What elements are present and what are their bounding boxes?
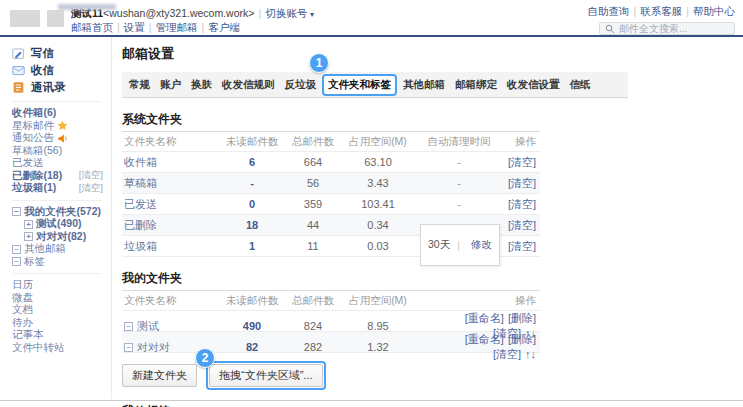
cell-unread-count: 6 xyxy=(220,156,284,168)
sidebar-app-item[interactable]: 文档 xyxy=(12,304,111,317)
sidebar-tree-item[interactable]: −标签 xyxy=(12,256,111,269)
divider: | xyxy=(201,21,204,33)
sidebar-app-item[interactable]: 记事本 xyxy=(12,329,111,342)
folder-name-text: 测试 xyxy=(137,319,159,334)
sidebar-app-item[interactable]: 文件中转站 xyxy=(12,342,111,355)
sidebar-folder-item[interactable]: 草稿箱(56) xyxy=(12,145,111,158)
sidebar-folder-item[interactable]: 已删除(18)[清空] xyxy=(12,170,111,183)
cell-size: 0.34 xyxy=(342,219,414,231)
tab-邮箱绑定[interactable]: 邮箱绑定 xyxy=(451,76,501,94)
action-link[interactable]: [清空] xyxy=(508,156,536,168)
cell-folder-name[interactable]: 已发送 xyxy=(124,197,220,212)
my-folders-table: 文件夹名称未读邮件数总邮件数占用空间(M)操作−测试4908248.95[重命名… xyxy=(122,290,540,353)
collapse-icon[interactable]: − xyxy=(12,245,21,254)
annotation-step-2-badge: 2 xyxy=(195,348,215,368)
action-link[interactable]: [清空] xyxy=(508,177,536,189)
tab-常规[interactable]: 常规 xyxy=(125,76,154,94)
tab-文件夹和标签[interactable]: 文件夹和标签1 xyxy=(322,74,397,96)
sidebar-folder-item[interactable]: 垃圾箱(1)[清空] xyxy=(12,182,111,195)
column-header: 占用空间(M) xyxy=(342,294,414,308)
tab-换肤[interactable]: 换肤 xyxy=(187,76,216,94)
cell-size: 1.32 xyxy=(342,341,414,353)
search-box[interactable] xyxy=(599,22,735,35)
contacts-icon xyxy=(12,81,25,94)
column-header: 未读邮件数 xyxy=(220,294,284,308)
cell-folder-name[interactable]: 垃圾箱 xyxy=(124,239,220,254)
tab-信纸[interactable]: 信纸 xyxy=(566,76,595,94)
tab-账户[interactable]: 账户 xyxy=(156,76,185,94)
sort-arrows-link[interactable]: ↑↓ xyxy=(525,348,536,360)
sidebar-pencil-item[interactable]: 写信 xyxy=(12,45,111,62)
action-link[interactable]: [重命名] xyxy=(465,333,504,345)
sidebar-tree-item[interactable]: −其他邮箱 xyxy=(12,243,111,256)
expand-folder-button[interactable]: 拖拽“文件夹区域”... xyxy=(209,364,323,387)
collapse-icon[interactable]: − xyxy=(12,207,21,216)
action-link[interactable]: [清空] xyxy=(508,240,536,252)
column-header: 总邮件数 xyxy=(284,135,342,149)
sidebar-folder-item[interactable]: 星标邮件 xyxy=(12,120,111,133)
action-link[interactable]: [清空] xyxy=(508,219,536,231)
new-folder-button[interactable]: 新建文件夹 xyxy=(122,364,197,387)
modify-clean-link[interactable]: 修改 xyxy=(471,238,492,252)
folder-name-text: 收件箱 xyxy=(124,155,157,170)
cell-unread-count: 1 xyxy=(220,240,284,252)
collapse-icon[interactable]: − xyxy=(12,257,21,266)
collapse-icon[interactable]: − xyxy=(124,343,133,352)
switch-account-link[interactable]: 切换账号 xyxy=(265,7,307,19)
empty-folder-link[interactable]: [清空] xyxy=(79,182,103,195)
column-header: 未读邮件数 xyxy=(220,135,284,149)
action-link[interactable]: [清空] xyxy=(493,348,521,360)
chevron-down-icon[interactable]: ▾ xyxy=(310,10,314,19)
help-link-0[interactable]: 自助查询 xyxy=(588,5,630,17)
sidebar-folder-item[interactable]: 通知公告 xyxy=(12,132,111,145)
sidebar-app-item[interactable]: 微盘 xyxy=(12,292,111,305)
sidebar: 写信收信通讯录收件箱(6)星标邮件通知公告草稿箱(56)已发送已删除(18)[清… xyxy=(0,37,112,399)
sidebar-app-item[interactable]: 待办 xyxy=(12,317,111,330)
tab-其他邮箱[interactable]: 其他邮箱 xyxy=(399,76,449,94)
expand-icon[interactable]: + xyxy=(24,232,33,241)
table-header-row: 文件夹名称未读邮件数总邮件数占用空间(M)操作 xyxy=(122,291,540,311)
annotation-step-1-badge: 1 xyxy=(309,53,329,73)
sidebar-folder-item[interactable]: 收件箱(6) xyxy=(12,107,111,120)
cell-actions: [清空] xyxy=(504,155,538,170)
table-header-row: 文件夹名称未读邮件数总邮件数占用空间(M)自动清理时间操作 xyxy=(122,132,540,152)
tab-收发信设置[interactable]: 收发信设置 xyxy=(503,76,564,94)
nav-link-0[interactable]: 邮箱首页 xyxy=(71,21,113,33)
sidebar-app-item[interactable]: 日历 xyxy=(12,279,111,292)
action-link[interactable]: [重命名] xyxy=(465,312,504,324)
nav-link-3[interactable]: 客户端 xyxy=(208,21,240,33)
sidebar-folder-name: 垃圾箱(1) xyxy=(12,181,56,195)
nav-link-1[interactable]: 设置 xyxy=(124,21,145,33)
action-link[interactable]: [删除] xyxy=(508,333,536,345)
cell-folder-name[interactable]: −测试 xyxy=(124,319,220,334)
action-link[interactable]: [删除] xyxy=(508,312,536,324)
sidebar-contacts-item[interactable]: 通讯录 xyxy=(12,79,111,96)
sidebar-tree-item[interactable]: +对对对(82) xyxy=(24,231,111,244)
help-link-1[interactable]: 联系客服 xyxy=(640,5,682,17)
cell-total-count: 56 xyxy=(284,177,342,189)
section-title-my-folders: 我的文件夹 xyxy=(122,270,540,287)
tab-反垃圾[interactable]: 反垃圾 xyxy=(281,76,321,94)
expand-icon[interactable]: + xyxy=(24,220,33,229)
collapse-icon[interactable]: − xyxy=(124,322,133,331)
search-input[interactable] xyxy=(619,23,729,34)
sidebar-folder-item[interactable]: 已发送 xyxy=(12,157,111,170)
sidebar-tree-item[interactable]: +测试(490) xyxy=(24,218,111,231)
cell-folder-name[interactable]: 已删除 xyxy=(124,218,220,233)
table-row: 收件箱666463.10-[清空] xyxy=(122,152,540,173)
empty-folder-link[interactable]: [清空] xyxy=(79,169,103,182)
cell-folder-name[interactable]: 草稿箱 xyxy=(124,176,220,191)
nav-link-2[interactable]: 管理邮箱 xyxy=(155,21,197,33)
section-title-my-tags: 我的标签 xyxy=(122,403,540,407)
header-right: 自助查询|联系客服|帮助中心 xyxy=(588,2,735,35)
column-header: 操作 xyxy=(504,135,538,149)
cell-folder-name[interactable]: 收件箱 xyxy=(124,155,220,170)
action-link[interactable]: [清空] xyxy=(508,198,536,210)
sidebar-tree-item[interactable]: −我的文件夹(572) xyxy=(12,206,111,219)
pencil-icon xyxy=(12,47,25,60)
page-title: 邮箱设置 xyxy=(122,45,743,63)
help-link-2[interactable]: 帮助中心 xyxy=(693,5,735,17)
sidebar-mail-item[interactable]: 收信 xyxy=(12,62,111,79)
sidebar-tree-name: 标签 xyxy=(24,255,45,269)
tab-收发信规则[interactable]: 收发信规则 xyxy=(218,76,279,94)
